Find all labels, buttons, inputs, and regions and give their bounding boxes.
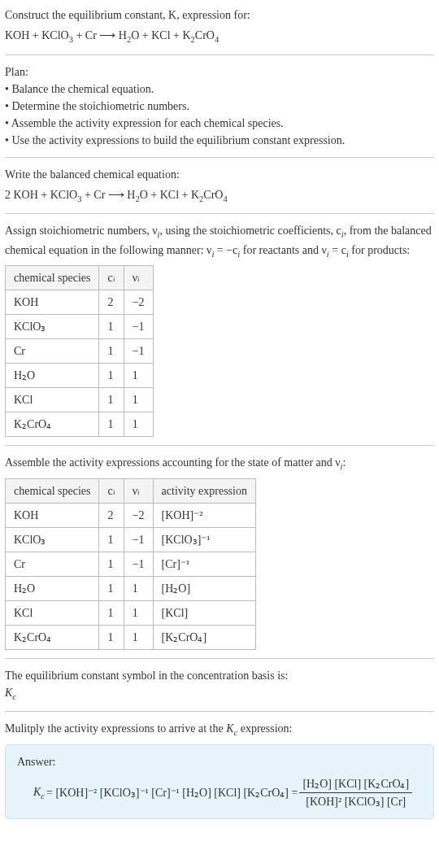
stoich-section: Assign stoichiometric numbers, νi, using… [5, 222, 434, 437]
cell: 1 [124, 600, 153, 625]
k-letter: K [226, 722, 233, 735]
activity-table: chemical species cᵢ νᵢ activity expressi… [5, 478, 256, 650]
c-sub: c [12, 692, 16, 701]
cell: 1 [124, 388, 153, 412]
fraction: [H₂O] [KCl] [K₂CrO₄] [KOH]² [KClO₃] [Cr] [299, 775, 412, 810]
cell: [K₂CrO₄] [153, 625, 255, 649]
col-ci: cᵢ [99, 266, 124, 290]
table-row: K₂CrO₄11 [6, 412, 154, 437]
text: for products: [349, 244, 410, 256]
table-header-row: chemical species cᵢ νᵢ activity expressi… [6, 478, 256, 503]
table-row: KOH2−2 [6, 290, 154, 315]
cell: 1 [124, 364, 153, 388]
table-row: Cr1−1 [6, 339, 154, 364]
eq-part: + Cr ⟶ H [81, 189, 135, 201]
text: : [343, 456, 346, 469]
text: , using the stoichiometric coefficients,… [159, 225, 341, 237]
cell: 1 [124, 625, 153, 649]
cell: 2 [99, 290, 124, 315]
col-vi: νᵢ [124, 478, 153, 503]
divider [5, 55, 434, 55]
cell: KCl [6, 600, 99, 625]
col-vi: νᵢ [124, 266, 153, 290]
stoich-intro: Assign stoichiometric numbers, νi, using… [5, 222, 434, 260]
cell: H₂O [6, 576, 99, 600]
activity-intro: Assemble the activity expressions accoun… [5, 454, 434, 473]
cell: −2 [124, 290, 153, 315]
cell: KClO₃ [6, 315, 99, 339]
k-letter: K [33, 786, 41, 798]
cell: 1 [99, 552, 124, 576]
eq-part: O + KCl + K [140, 189, 199, 201]
text: Mulitply the activity expressions to arr… [5, 722, 226, 735]
eq-sub: 4 [223, 194, 227, 203]
divider [5, 213, 434, 214]
text: = −c [214, 244, 237, 256]
cell: [KClO₃]⁻¹ [153, 527, 255, 552]
eq-sub: 4 [215, 35, 219, 44]
header-section: Construct the equilibrium constant, K, e… [5, 7, 434, 46]
divider [5, 445, 434, 446]
balanced-section: Write the balanced chemical equation: 2 … [5, 166, 434, 206]
cell: Cr [6, 339, 99, 364]
cell: KOH [6, 503, 99, 527]
plan-section: Plan: Balance the chemical equation. Det… [5, 63, 434, 149]
symbol-section: The equilibrium constant symbol in the c… [5, 667, 434, 704]
table-row: Cr1−1[Cr]⁻¹ [6, 552, 256, 576]
cell: −2 [124, 503, 153, 527]
plan-title: Plan: [5, 63, 434, 81]
eq-part: O + KCl + K [131, 29, 190, 41]
plan-item: Balance the chemical equation. [5, 81, 434, 98]
text: Assign stoichiometric numbers, ν [5, 225, 158, 237]
denominator: [KOH]² [KClO₃] [Cr] [299, 793, 412, 810]
kc-symbol: Kc [33, 783, 45, 803]
table-row: KClO₃1−1[KClO₃]⁻¹ [6, 527, 256, 552]
cell: 1 [99, 576, 124, 600]
cell: [H₂O] [153, 576, 255, 600]
eq-part: KOH + KClO [5, 29, 69, 41]
plan-item: Determine the stoichiometric numbers. [5, 98, 434, 115]
eq-part: + Cr ⟶ H [73, 29, 127, 41]
eq-part: 2 KOH + KClO [5, 189, 77, 201]
answer-box: Answer: Kc = [KOH]⁻² [KClO₃]⁻¹ [Cr]⁻¹ [H… [5, 744, 434, 819]
symbol-text: The equilibrium constant symbol in the c… [5, 667, 434, 684]
multiply-section: Mulitply the activity expressions to arr… [5, 720, 434, 739]
text: = c [329, 244, 346, 256]
eq-part: CrO [195, 29, 215, 41]
prompt-label: Construct the equilibrium constant, K, e… [5, 9, 250, 21]
unbalanced-equation: KOH + KClO3 + Cr ⟶ H2O + KCl + K2CrO4 [5, 27, 434, 46]
plan-item: Use the activity expressions to build th… [5, 132, 434, 149]
cell: 1 [124, 412, 153, 437]
prompt-text: Construct the equilibrium constant, K, e… [5, 7, 434, 24]
cell: K₂CrO₄ [6, 625, 99, 649]
cell: [KCl] [153, 600, 255, 625]
answer-label: Answer: [17, 753, 422, 770]
cell: 1 [99, 412, 124, 437]
cell: 1 [99, 388, 124, 412]
plan-list: Balance the chemical equation. Determine… [5, 81, 434, 149]
table-header-row: chemical species cᵢ νᵢ [6, 266, 154, 290]
activity-section: Assemble the activity expressions accoun… [5, 454, 434, 650]
kc-inline: Kc [226, 722, 237, 735]
table-row: KCl11[KCl] [6, 600, 256, 625]
cell: 1 [99, 339, 124, 364]
cell: −1 [124, 527, 153, 552]
eq-part: CrO [203, 189, 223, 201]
cell: 1 [99, 364, 124, 388]
col-species: chemical species [6, 266, 99, 290]
cell: KClO₃ [6, 527, 99, 552]
divider [5, 711, 434, 712]
cell: −1 [124, 552, 153, 576]
table-row: KClO₃1−1 [6, 315, 154, 339]
cell: K₂CrO₄ [6, 412, 99, 437]
cell: 1 [99, 527, 124, 552]
cell: 1 [124, 576, 153, 600]
cell: Cr [6, 552, 99, 576]
cell: 1 [99, 625, 124, 649]
cell: 1 [99, 600, 124, 625]
cell: KOH [6, 290, 99, 315]
text: Assemble the activity expressions accoun… [5, 456, 341, 469]
cell: KCl [6, 388, 99, 412]
col-ci: cᵢ [99, 478, 124, 503]
kc-symbol: Kc [5, 684, 434, 704]
